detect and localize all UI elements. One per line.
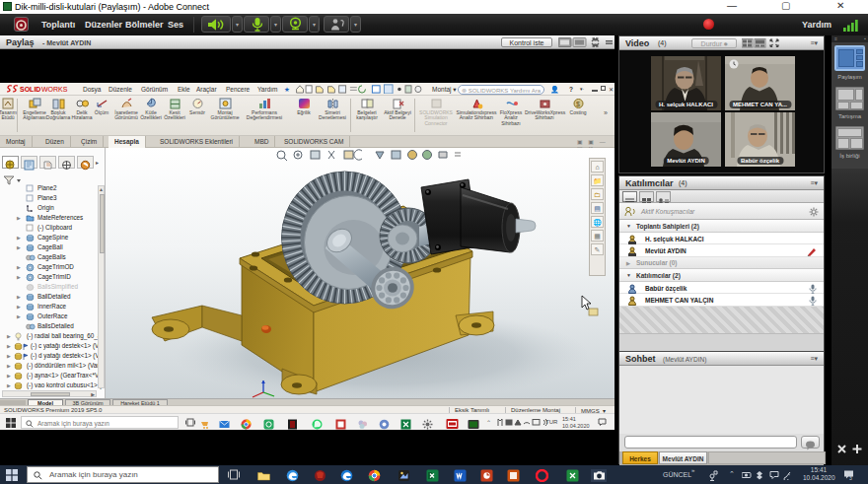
svg-text:SOLID: SOLID: [20, 86, 40, 93]
svg-text:$: $: [576, 101, 580, 107]
svg-text:WORKS: WORKS: [41, 86, 68, 93]
svg-text:3: 3: [849, 475, 852, 481]
